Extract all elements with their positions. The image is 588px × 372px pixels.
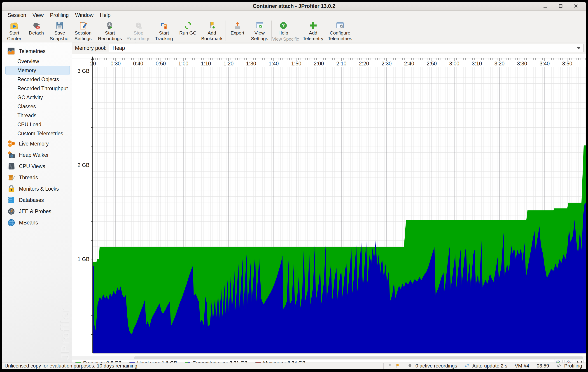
sidebar-item-databases[interactable]: Databases (2, 194, 72, 206)
menu-profiling[interactable]: Profiling (47, 11, 72, 19)
session-settings-button[interactable]: Session Settings (72, 20, 94, 41)
chart-scrollbar-handle[interactable] (134, 356, 583, 359)
sidebar-item-recorded-throughput[interactable]: Recorded Throughput (5, 84, 70, 93)
run-gc-button[interactable]: Run GC (177, 20, 199, 36)
export-button[interactable]: Export (227, 20, 249, 36)
sidebar-item-memory[interactable]: Memory (5, 66, 70, 75)
minimize-icon (543, 4, 548, 9)
svg-text:2:20: 2:20 (359, 61, 369, 67)
toolbar-group-label (177, 41, 225, 42)
toolbar-button-label: Configure Telemetries (328, 30, 352, 41)
telemetry-chart[interactable]: 200:300:400:501:001:101:201:301:401:502:… (72, 54, 586, 356)
databases-icon (7, 196, 15, 204)
toolbar-button-label: Detach (29, 30, 44, 36)
run-gc-icon (184, 21, 192, 30)
svg-text:3:00: 3:00 (449, 61, 460, 67)
heap-chart-svg[interactable]: 200:300:400:501:001:101:201:301:401:502:… (72, 54, 586, 355)
svg-text:3 GB: 3 GB (78, 68, 89, 74)
sidebar-item-heap-walker[interactable]: Heap Walker (2, 149, 72, 161)
sidebar-item-mbeans[interactable]: MBeans (2, 217, 72, 228)
status-segment-vm-4[interactable]: VM #4 (511, 363, 533, 369)
heap-walker-icon-wrap (7, 151, 15, 159)
memory-pool-value: Heap (113, 45, 125, 51)
add-telemetry-button[interactable]: Add Telemetry (301, 20, 326, 41)
refresh-icon (465, 363, 470, 369)
toolbar-button-label: Add Telemetry (303, 30, 323, 41)
svg-text:3:50: 3:50 (562, 61, 572, 67)
maximize-button[interactable] (557, 3, 564, 10)
start-tracking-button[interactable]: Start Tracking (153, 20, 175, 41)
detach-icon (32, 21, 41, 30)
start-center-button[interactable]: Start Center (3, 20, 25, 41)
toolbar-separator (95, 20, 95, 41)
pin-icon (387, 363, 393, 369)
status-segment-bookmarks[interactable] (383, 363, 404, 369)
svg-text:1:40: 1:40 (269, 61, 279, 67)
menu-window[interactable]: Window (72, 11, 97, 19)
status-segment-0-active-recordings[interactable]: 0 active recordings (404, 363, 461, 369)
toolbar-button-label: Help (278, 30, 288, 36)
chart-scrollbar[interactable] (72, 356, 586, 360)
sidebar-item-threads[interactable]: Threads (5, 111, 70, 120)
svg-text:3:40: 3:40 (540, 61, 550, 67)
window-title: Container attach - JProfiler 13.0.2 (253, 3, 335, 9)
svg-text:0:30: 0:30 (111, 61, 121, 67)
help-button[interactable]: ? Help (272, 20, 294, 36)
status-segment-03-59[interactable]: 03:59 (533, 363, 553, 369)
svg-text:2 GB: 2 GB (78, 162, 89, 168)
heap-walker-icon (7, 151, 15, 159)
sidebar-item-gc-activity[interactable]: GC Activity (5, 93, 70, 102)
sidebar-item-overview[interactable]: Overview (5, 57, 70, 66)
sidebar-item-cpu-views[interactable]: CPU Views (2, 161, 72, 172)
export-icon-wrap (233, 21, 242, 30)
configure-telemetries-button[interactable]: Configure Telemetries (326, 20, 354, 41)
status-segment-profiling[interactable]: Profiling (553, 363, 586, 369)
sidebar-item-custom-telemetries[interactable]: Custom Telemetries (5, 129, 70, 138)
mbeans-icon-wrap (7, 219, 15, 227)
sidebar-item-threads[interactable]: Threads (2, 172, 72, 183)
telemetries-icon-wrap (7, 47, 15, 55)
toolbar-group-label: View Specific (272, 36, 299, 42)
svg-text:2:40: 2:40 (404, 61, 414, 67)
add-bookmark-button[interactable]: Add Bookmark (199, 20, 225, 41)
sidebar-item-monitors-locks[interactable]: Monitors & Locks (2, 183, 72, 194)
jee-probes-icon (7, 207, 15, 215)
status-segment-text: Profiling (564, 363, 582, 369)
menu-help[interactable]: Help (97, 11, 114, 19)
status-segment-auto-update-2-s[interactable]: Auto-update 2 s (461, 363, 511, 369)
sidebar-item-live-memory[interactable]: Live Memory (2, 138, 72, 149)
svg-text:3:20: 3:20 (494, 61, 505, 67)
status-segment-text: Auto-update 2 s (472, 363, 507, 369)
configure-telemetries-icon-wrap (336, 21, 344, 30)
live-memory-icon-wrap (7, 140, 15, 148)
memory-pool-row: Memory pool: Heap (72, 42, 586, 54)
main-panel: Memory pool: Heap 200:300:400:501:001:10… (72, 42, 586, 362)
minimize-button[interactable] (542, 3, 549, 10)
memory-pool-select[interactable]: Heap (109, 44, 584, 52)
start-recordings-icon (106, 21, 114, 30)
menu-session[interactable]: Session (4, 11, 29, 19)
start-recordings-button[interactable]: Start Recordings (96, 20, 124, 41)
view-settings-button[interactable]: View Settings (249, 20, 271, 41)
sidebar-item-telemetries[interactable]: Telemetries (2, 46, 72, 57)
svg-text:3:10: 3:10 (472, 61, 482, 67)
threads-icon (7, 173, 15, 181)
sidebar-item-classes[interactable]: Classes (5, 102, 70, 111)
maximize-icon (558, 4, 563, 9)
save-snapshot-icon (55, 21, 64, 30)
flag-icon-wrap (395, 363, 400, 369)
monitors-locks-icon (7, 185, 15, 193)
save-snapshot-button[interactable]: Save Snapshot (47, 20, 72, 41)
toolbar-button-label: Export (231, 30, 244, 36)
detach-button[interactable]: Detach (25, 20, 47, 36)
menu-view[interactable]: View (29, 11, 47, 19)
toolbar: Start Center Detach Save Snapshot Sessio… (2, 20, 586, 42)
title-bar[interactable]: Container attach - JProfiler 13.0.2 (2, 2, 586, 10)
sidebar-item-recorded-objects[interactable]: Recorded Objects (5, 75, 70, 84)
close-button[interactable] (573, 3, 579, 10)
toolbar-group-5: Add Telemetry Configure Telemetries (301, 20, 354, 42)
sidebar-item-cpu-load[interactable]: CPU Load (5, 120, 70, 129)
svg-text:2:30: 2:30 (382, 61, 392, 67)
sidebar-item-jee-probes[interactable]: JEE & Probes (2, 206, 72, 217)
session-settings-icon-wrap (79, 21, 87, 30)
